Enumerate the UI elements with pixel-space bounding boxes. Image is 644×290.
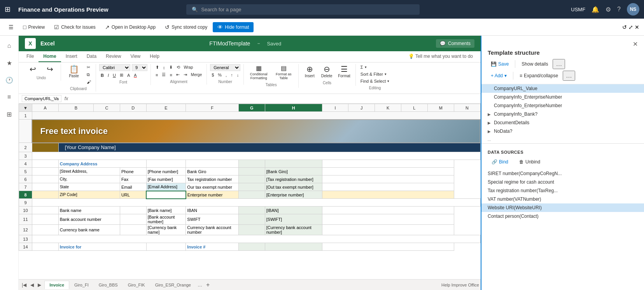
ds-item-taxreg[interactable]: Tax registration number(TaxReg...: [481, 186, 644, 195]
align-left-button[interactable]: ≡: [154, 71, 159, 78]
user-avatar[interactable]: NS: [627, 3, 639, 16]
row-5-rest[interactable]: [322, 168, 454, 175]
refresh-icon[interactable]: ↺: [622, 24, 627, 30]
tab-data[interactable]: Data: [82, 51, 101, 62]
tab-insert[interactable]: Insert: [61, 51, 82, 62]
row-14-h[interactable]: [265, 243, 322, 251]
notification-icon[interactable]: 🔔: [592, 6, 599, 13]
cell-reference[interactable]: CompanyURL_Va: [22, 95, 61, 102]
comments-button[interactable]: 💬 Comments: [436, 39, 474, 48]
italic-button[interactable]: I: [106, 72, 110, 78]
paste-button[interactable]: 📋 Paste: [64, 64, 84, 79]
row-4-a[interactable]: [32, 160, 58, 168]
hide-format-button[interactable]: 👁 Hide format: [213, 22, 254, 32]
ds-item-siret[interactable]: SIRET number(CompanyCoRegN...: [481, 169, 644, 178]
underline-button[interactable]: U: [111, 72, 117, 78]
app-grid-icon[interactable]: ⊞: [5, 5, 10, 14]
redo-button[interactable]: ↪: [42, 64, 58, 74]
row-4-rest[interactable]: [322, 160, 454, 168]
tab-home[interactable]: Home: [38, 51, 61, 62]
wrap-text-button[interactable]: Wrap: [182, 64, 195, 71]
row-11-a[interactable]: [32, 214, 58, 225]
row-10-a[interactable]: [32, 207, 58, 214]
find-select-button[interactable]: Find & Select: [359, 78, 391, 84]
tree-expand-collapse3[interactable]: ▶: [488, 129, 492, 134]
text-direction-button[interactable]: ⟲: [175, 64, 182, 71]
row-7-rest[interactable]: [322, 183, 454, 191]
col-header-h[interactable]: H: [265, 104, 322, 112]
tab-review[interactable]: Review: [101, 51, 126, 62]
align-top-button[interactable]: ⬆: [154, 64, 161, 71]
currency-button[interactable]: $: [210, 72, 215, 78]
bind-button[interactable]: 🔗 Bind: [488, 158, 512, 166]
formula-input[interactable]: [71, 95, 478, 102]
ds-item-website[interactable]: Website URI(WebsiteURI): [481, 203, 644, 212]
sidebar-star-icon[interactable]: ★: [2, 56, 16, 70]
org-unit[interactable]: USMF: [571, 7, 585, 12]
tree-item-enterprise1[interactable]: CompanyInfo_EnterpriseNumber: [481, 93, 644, 101]
col-header-a[interactable]: A: [32, 104, 58, 112]
border-button[interactable]: ⊞: [118, 72, 125, 78]
sort-filter-button[interactable]: Sort & Filter: [359, 71, 391, 77]
tab-file[interactable]: File: [22, 51, 38, 62]
save-button[interactable]: 💾 Save: [488, 60, 512, 68]
close-panel-icon[interactable]: ✕: [635, 24, 639, 30]
col-header-i[interactable]: I: [322, 104, 348, 112]
format-cells-button[interactable]: ☰ Format: [336, 64, 352, 79]
ds-item-vat[interactable]: VAT number(VATNumber): [481, 195, 644, 203]
row-10-rest[interactable]: [322, 207, 454, 214]
comma-button[interactable]: ,: [224, 72, 228, 78]
add-sheet-button[interactable]: +: [204, 281, 212, 288]
col-header-g[interactable]: G: [238, 104, 265, 112]
tab-help[interactable]: Help: [145, 51, 164, 62]
col-header-b[interactable]: B: [58, 104, 93, 112]
col-header-d[interactable]: D: [120, 104, 146, 112]
indent-decrease-button[interactable]: ⇤: [175, 71, 181, 78]
bold-button[interactable]: B: [99, 72, 105, 78]
increase-decimal-button[interactable]: ↑: [229, 72, 234, 78]
show-details-button[interactable]: Show details: [518, 60, 551, 68]
font-color-button[interactable]: A: [132, 72, 138, 78]
add-button[interactable]: + Add ▾: [488, 71, 510, 80]
tree-expand-collapse2[interactable]: ▶: [488, 121, 492, 125]
col-header-f[interactable]: F: [186, 104, 239, 112]
align-center-button[interactable]: ☰: [160, 71, 167, 78]
tree-item-docdetails[interactable]: ▶ DocumentDetails: [481, 118, 644, 127]
format-as-table-button[interactable]: ▤ Format as Table: [272, 64, 295, 81]
row-8-g[interactable]: [238, 191, 265, 199]
sheet-nav-next[interactable]: ▶: [36, 281, 43, 288]
insert-cells-button[interactable]: ⊕ Insert: [302, 64, 317, 79]
row-14-e[interactable]: [146, 243, 186, 251]
ds-item-specialregime[interactable]: Special regime for cash account: [481, 178, 644, 186]
expand-collapse-button[interactable]: ≡ Expand/collapse: [516, 71, 561, 80]
row-10-d[interactable]: [120, 207, 146, 214]
check-issues-button[interactable]: ☑ Check for issues: [50, 23, 100, 32]
row-4-h[interactable]: [265, 160, 322, 168]
row-10-g[interactable]: [238, 207, 265, 214]
search-bar[interactable]: 🔍 Search for a page: [186, 4, 420, 15]
copy-button[interactable]: ⧉: [85, 71, 93, 78]
tree-item-enterprise2[interactable]: CompanyInfo_EnterpriseNumber: [481, 101, 644, 110]
delete-cells-button[interactable]: ⊖ Delete: [319, 64, 334, 79]
row-12-a[interactable]: [32, 225, 58, 235]
font-name-select[interactable]: Calibri: [99, 64, 130, 71]
decrease-decimal-button[interactable]: ↓: [235, 72, 241, 78]
col-header-m[interactable]: M: [427, 104, 454, 112]
panel-more-button-2[interactable]: …: [563, 71, 575, 81]
more-sheets-button[interactable]: …: [196, 281, 204, 288]
row-11-d[interactable]: [120, 214, 146, 225]
help-icon[interactable]: ?: [617, 6, 621, 13]
align-right-button[interactable]: ≡: [168, 71, 173, 78]
sync-button[interactable]: ↺ Sync stored copy: [161, 23, 211, 32]
number-format-select[interactable]: General: [210, 64, 240, 71]
percent-button[interactable]: %: [216, 72, 223, 78]
tree-container[interactable]: CompanyURL_Value CompanyInfo_EnterpriseN…: [481, 84, 644, 290]
sheet-tab-giro-fi[interactable]: Giro_FI: [69, 281, 94, 289]
row-7-a[interactable]: [32, 183, 58, 191]
align-bottom-button[interactable]: ⬇: [168, 64, 174, 71]
align-middle-button[interactable]: ↕: [161, 64, 167, 71]
col-header-j[interactable]: J: [348, 104, 375, 112]
sheet-tab-invoice[interactable]: Invoice: [44, 281, 69, 289]
close-panel-button[interactable]: ✕: [633, 40, 638, 48]
sheet-tab-giro-esr[interactable]: Giro_ESR_Orange: [150, 281, 196, 289]
